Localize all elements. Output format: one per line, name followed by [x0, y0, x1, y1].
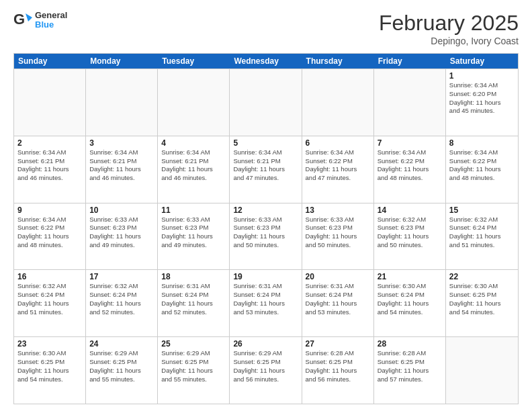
- week-row: 2Sunrise: 6:34 AM Sunset: 6:21 PM Daylig…: [14, 136, 518, 203]
- cell-info: Sunrise: 6:33 AM Sunset: 6:23 PM Dayligh…: [233, 216, 298, 250]
- calendar-cell: 15Sunrise: 6:32 AM Sunset: 6:24 PM Dayli…: [446, 203, 518, 270]
- cell-info: Sunrise: 6:34 AM Sunset: 6:21 PM Dayligh…: [17, 148, 82, 183]
- cell-day-number: 20: [306, 272, 370, 281]
- cell-day-number: 6: [306, 138, 370, 148]
- cell-info: Sunrise: 6:28 AM Sunset: 6:25 PM Dayligh…: [306, 349, 370, 383]
- cell-day-number: 13: [306, 205, 370, 215]
- cell-info: Sunrise: 6:30 AM Sunset: 6:24 PM Dayligh…: [378, 282, 442, 316]
- page: G General Blue February 2025 Depingo, Iv…: [0, 0, 532, 411]
- day-header: Tuesday: [158, 54, 230, 68]
- cell-info: Sunrise: 6:32 AM Sunset: 6:24 PM Dayligh…: [89, 282, 154, 316]
- cell-day-number: 24: [89, 339, 154, 349]
- calendar-cell: 16Sunrise: 6:32 AM Sunset: 6:24 PM Dayli…: [14, 270, 86, 336]
- cell-day-number: 15: [449, 205, 515, 215]
- calendar-cell: 14Sunrise: 6:32 AM Sunset: 6:23 PM Dayli…: [374, 203, 446, 270]
- day-header: Wednesday: [230, 54, 302, 68]
- calendar-cell: 1Sunrise: 6:34 AM Sunset: 6:20 PM Daylig…: [446, 69, 518, 136]
- day-header: Monday: [86, 54, 158, 68]
- calendar-cell: [374, 69, 446, 136]
- cell-day-number: 2: [17, 138, 82, 148]
- cell-day-number: 9: [17, 205, 82, 215]
- week-row: 9Sunrise: 6:34 AM Sunset: 6:22 PM Daylig…: [14, 203, 518, 270]
- cell-day-number: 23: [17, 339, 82, 349]
- cell-info: Sunrise: 6:32 AM Sunset: 6:24 PM Dayligh…: [449, 216, 515, 250]
- cell-info: Sunrise: 6:34 AM Sunset: 6:22 PM Dayligh…: [449, 148, 515, 183]
- cell-day-number: 7: [378, 138, 442, 148]
- cell-info: Sunrise: 6:30 AM Sunset: 6:25 PM Dayligh…: [449, 282, 515, 316]
- calendar-cell: 8Sunrise: 6:34 AM Sunset: 6:22 PM Daylig…: [446, 136, 518, 203]
- svg-text:G: G: [13, 11, 25, 28]
- calendar-cell: [446, 337, 518, 404]
- cell-day-number: 12: [233, 205, 298, 215]
- cell-info: Sunrise: 6:34 AM Sunset: 6:21 PM Dayligh…: [161, 148, 226, 183]
- calendar-cell: 21Sunrise: 6:30 AM Sunset: 6:24 PM Dayli…: [374, 270, 446, 336]
- calendar-cell: 19Sunrise: 6:31 AM Sunset: 6:24 PM Dayli…: [230, 270, 302, 336]
- calendar-cell: 25Sunrise: 6:29 AM Sunset: 6:25 PM Dayli…: [158, 337, 230, 404]
- calendar-cell: 4Sunrise: 6:34 AM Sunset: 6:21 PM Daylig…: [158, 136, 230, 203]
- calendar-cell: 28Sunrise: 6:28 AM Sunset: 6:25 PM Dayli…: [374, 337, 446, 404]
- calendar-cell: 18Sunrise: 6:31 AM Sunset: 6:24 PM Dayli…: [158, 270, 230, 336]
- cell-day-number: 8: [449, 138, 515, 148]
- logo-icon: G: [13, 11, 32, 30]
- calendar-cell: 23Sunrise: 6:30 AM Sunset: 6:25 PM Dayli…: [14, 337, 86, 404]
- calendar-cell: 5Sunrise: 6:34 AM Sunset: 6:21 PM Daylig…: [230, 136, 302, 203]
- month-title: February 2025: [379, 11, 519, 36]
- cell-day-number: 26: [233, 339, 298, 349]
- cell-info: Sunrise: 6:30 AM Sunset: 6:25 PM Dayligh…: [17, 349, 82, 383]
- cell-day-number: 14: [378, 205, 442, 215]
- cell-info: Sunrise: 6:31 AM Sunset: 6:24 PM Dayligh…: [161, 282, 226, 316]
- cell-info: Sunrise: 6:29 AM Sunset: 6:25 PM Dayligh…: [233, 349, 298, 383]
- calendar-cell: 27Sunrise: 6:28 AM Sunset: 6:25 PM Dayli…: [302, 337, 374, 404]
- cell-day-number: 27: [306, 339, 370, 349]
- cell-info: Sunrise: 6:34 AM Sunset: 6:20 PM Dayligh…: [449, 81, 515, 116]
- week-row: 16Sunrise: 6:32 AM Sunset: 6:24 PM Dayli…: [14, 269, 518, 336]
- calendar-cell: 11Sunrise: 6:33 AM Sunset: 6:23 PM Dayli…: [158, 203, 230, 270]
- cell-info: Sunrise: 6:31 AM Sunset: 6:24 PM Dayligh…: [233, 282, 298, 316]
- cell-day-number: 5: [233, 138, 298, 148]
- cell-day-number: 16: [17, 272, 82, 281]
- calendar-cell: 12Sunrise: 6:33 AM Sunset: 6:23 PM Dayli…: [230, 203, 302, 270]
- cell-day-number: 17: [89, 272, 154, 281]
- cell-info: Sunrise: 6:29 AM Sunset: 6:25 PM Dayligh…: [89, 349, 154, 383]
- calendar-cell: 2Sunrise: 6:34 AM Sunset: 6:21 PM Daylig…: [14, 136, 86, 203]
- calendar-cell: 7Sunrise: 6:34 AM Sunset: 6:22 PM Daylig…: [374, 136, 446, 203]
- location: Depingo, Ivory Coast: [379, 36, 519, 46]
- calendar-cell: [158, 69, 230, 136]
- calendar-cell: 6Sunrise: 6:34 AM Sunset: 6:22 PM Daylig…: [302, 136, 374, 203]
- svg-marker-1: [26, 13, 32, 21]
- day-header: Friday: [374, 54, 446, 68]
- cell-info: Sunrise: 6:32 AM Sunset: 6:24 PM Dayligh…: [17, 282, 82, 316]
- calendar: SundayMondayTuesdayWednesdayThursdayFrid…: [13, 53, 519, 404]
- cell-day-number: 25: [161, 339, 226, 349]
- calendar-cell: 24Sunrise: 6:29 AM Sunset: 6:25 PM Dayli…: [86, 337, 158, 404]
- cell-info: Sunrise: 6:34 AM Sunset: 6:22 PM Dayligh…: [306, 148, 370, 183]
- calendar-cell: [14, 69, 86, 136]
- cell-info: Sunrise: 6:28 AM Sunset: 6:25 PM Dayligh…: [378, 349, 442, 383]
- calendar-cell: 10Sunrise: 6:33 AM Sunset: 6:23 PM Dayli…: [86, 203, 158, 270]
- cell-day-number: 19: [233, 272, 298, 281]
- calendar-cell: 20Sunrise: 6:31 AM Sunset: 6:24 PM Dayli…: [302, 270, 374, 336]
- header: G General Blue February 2025 Depingo, Iv…: [13, 11, 519, 46]
- cell-info: Sunrise: 6:34 AM Sunset: 6:21 PM Dayligh…: [89, 148, 154, 183]
- day-headers: SundayMondayTuesdayWednesdayThursdayFrid…: [14, 54, 518, 68]
- day-header: Thursday: [302, 54, 374, 68]
- cell-info: Sunrise: 6:32 AM Sunset: 6:23 PM Dayligh…: [378, 216, 442, 250]
- cell-day-number: 21: [378, 272, 442, 281]
- calendar-cell: 22Sunrise: 6:30 AM Sunset: 6:25 PM Dayli…: [446, 270, 518, 336]
- day-header: Saturday: [446, 54, 518, 68]
- calendar-cell: [230, 69, 302, 136]
- cell-info: Sunrise: 6:29 AM Sunset: 6:25 PM Dayligh…: [161, 349, 226, 383]
- cell-info: Sunrise: 6:33 AM Sunset: 6:23 PM Dayligh…: [306, 216, 370, 250]
- calendar-cell: 26Sunrise: 6:29 AM Sunset: 6:25 PM Dayli…: [230, 337, 302, 404]
- cell-day-number: 11: [161, 205, 226, 215]
- calendar-cell: 13Sunrise: 6:33 AM Sunset: 6:23 PM Dayli…: [302, 203, 374, 270]
- cell-info: Sunrise: 6:33 AM Sunset: 6:23 PM Dayligh…: [161, 216, 226, 250]
- calendar-cell: 9Sunrise: 6:34 AM Sunset: 6:22 PM Daylig…: [14, 203, 86, 270]
- logo-text2: Blue: [35, 20, 67, 30]
- cell-info: Sunrise: 6:34 AM Sunset: 6:21 PM Dayligh…: [233, 148, 298, 183]
- cell-info: Sunrise: 6:34 AM Sunset: 6:22 PM Dayligh…: [378, 148, 442, 183]
- cell-day-number: 28: [378, 339, 442, 349]
- logo-text1: General: [35, 11, 67, 20]
- logo: G General Blue: [13, 11, 67, 30]
- day-header: Sunday: [14, 54, 86, 68]
